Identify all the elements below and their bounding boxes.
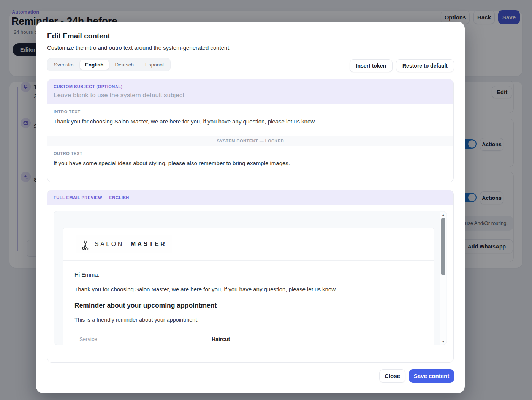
email-logo-row: SALON MASTER — [63, 228, 434, 261]
modal-top-actions: Insert token Restore to default — [350, 59, 454, 72]
salon-master-logo: SALON MASTER — [76, 235, 172, 253]
brand-word-master: MASTER — [131, 241, 167, 248]
tab-espanol[interactable]: Español — [140, 60, 169, 70]
row-value: Haircut — [212, 336, 230, 342]
restore-default-button[interactable]: Restore to default — [396, 59, 454, 72]
custom-subject-field[interactable]: CUSTOM SUBJECT (OPTIONAL) Leave blank to… — [48, 79, 453, 104]
divider-line-right — [288, 141, 447, 141]
row-label: Service — [79, 336, 212, 342]
system-content-locked-label: SYSTEM CONTENT — LOCKED — [212, 139, 289, 143]
scissors-icon — [81, 238, 90, 250]
modal-subtitle: Customize the intro and outro text aroun… — [47, 44, 231, 51]
language-tabs: Svenska English Deutsch Español — [47, 58, 171, 71]
outro-text-label: OUTRO TEXT — [54, 151, 447, 156]
custom-subject-label: CUSTOM SUBJECT (OPTIONAL) — [54, 84, 447, 89]
email-preview-section: FULL EMAIL PREVIEW — ENGLISH — [47, 190, 454, 363]
divider-line-left — [54, 141, 212, 141]
appointment-table: Service Haircut Date & time 12 Feb 2026,… — [79, 333, 423, 345]
modal-footer: Close Save content — [379, 369, 454, 383]
email-body: Hi Emma, Thank you for choosing Salon Ma… — [63, 261, 434, 345]
scroll-up-icon[interactable]: ▲ — [440, 213, 446, 217]
close-button[interactable]: Close — [379, 369, 405, 383]
system-content-divider: SYSTEM CONTENT — LOCKED — [48, 136, 453, 146]
intro-text-label: INTRO TEXT — [54, 109, 447, 114]
tab-deutsch[interactable]: Deutsch — [110, 60, 139, 70]
outro-text-field[interactable]: OUTRO TEXT If you have some special idea… — [48, 146, 453, 172]
custom-subject-input[interactable]: Leave blank to use the system default su… — [54, 92, 447, 99]
table-row-service: Service Haircut — [79, 333, 423, 345]
email-preview-scroll-area[interactable]: SALON MASTER Hi Emma, Thank you for choo… — [54, 211, 447, 345]
email-intro-line: Thank you for choosing Salon Master, we … — [74, 286, 423, 292]
intro-text-field[interactable]: INTRO TEXT Thank you for choosing Salon … — [48, 104, 453, 131]
scrollbar-thumb[interactable] — [441, 218, 445, 275]
scroll-down-icon[interactable]: ▼ — [440, 340, 446, 343]
insert-token-button[interactable]: Insert token — [350, 59, 393, 72]
tab-english[interactable]: English — [80, 60, 109, 70]
email-content-editor: CUSTOM SUBJECT (OPTIONAL) Leave blank to… — [47, 79, 454, 182]
email-preview-card: SALON MASTER Hi Emma, Thank you for choo… — [63, 228, 434, 345]
email-heading: Reminder about your upcoming appointment — [74, 302, 423, 310]
tab-svenska[interactable]: Svenska — [49, 60, 79, 70]
modal-title: Edit Email content — [47, 32, 110, 40]
edit-email-content-modal: Edit Email content Customize the intro a… — [36, 22, 465, 393]
email-note: This is a friendly reminder about your a… — [74, 317, 423, 323]
email-greeting: Hi Emma, — [74, 271, 423, 278]
preview-header-label: FULL EMAIL PREVIEW — ENGLISH — [54, 195, 447, 200]
outro-text-value[interactable]: If you have some special ideas about sty… — [54, 159, 447, 168]
preview-header: FULL EMAIL PREVIEW — ENGLISH — [48, 190, 453, 205]
intro-text-value[interactable]: Thank you for choosing Salon Master, we … — [54, 117, 447, 126]
save-content-button[interactable]: Save content — [409, 369, 454, 383]
preview-scrollbar[interactable]: ▲ ▼ — [440, 212, 446, 345]
brand-word-salon: SALON — [95, 241, 124, 248]
